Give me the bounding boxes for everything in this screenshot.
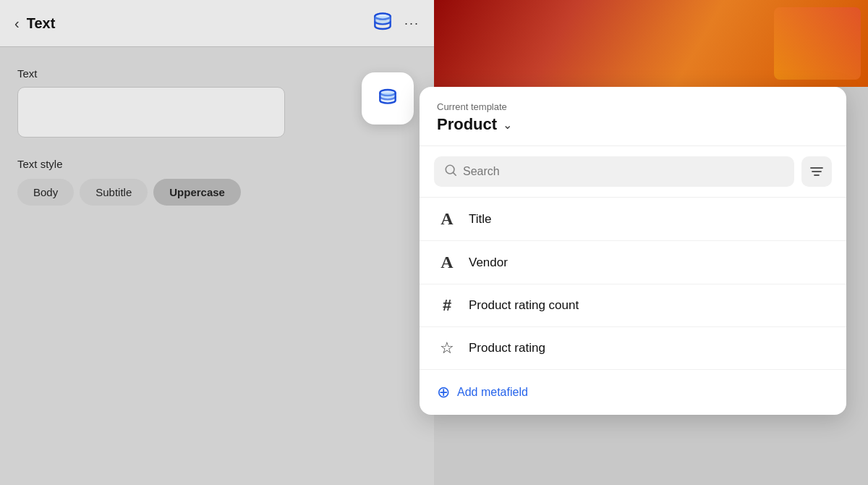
db-float-button[interactable] xyxy=(362,72,414,125)
star-icon: ☆ xyxy=(437,339,457,358)
search-row xyxy=(420,146,846,198)
dropdown-panel: Current template Product ⌄ A xyxy=(420,87,846,415)
text-style-label: Text style xyxy=(17,158,417,170)
rating-count-label: Product rating count xyxy=(469,298,579,313)
dropdown-header: Current template Product ⌄ xyxy=(420,87,846,146)
dropdown-list: A Title A Vendor # Product rating count … xyxy=(420,198,846,370)
template-name-row: Product ⌄ xyxy=(437,115,829,134)
current-template-label: Current template xyxy=(437,101,829,112)
text-field-label: Text xyxy=(17,67,417,80)
add-metafield-label: Add metafield xyxy=(457,386,528,399)
search-icon xyxy=(444,164,457,180)
back-button[interactable]: ‹ xyxy=(14,15,20,32)
list-item-title[interactable]: A Title xyxy=(420,198,846,241)
list-item-rating[interactable]: ☆ Product rating xyxy=(420,327,846,370)
add-metafield-row[interactable]: ⊕ Add metafield xyxy=(420,370,846,415)
header-left: ‹ Text xyxy=(14,15,55,32)
style-buttons-group: Body Subtitle Uppercase xyxy=(17,179,417,206)
product-image xyxy=(434,0,868,87)
body-style-button[interactable]: Body xyxy=(17,179,74,206)
filter-icon xyxy=(809,166,824,177)
subtitle-style-button[interactable]: Subtitle xyxy=(80,179,148,206)
database-float-icon xyxy=(376,87,399,110)
hash-icon: # xyxy=(437,296,457,315)
rating-label: Product rating xyxy=(469,341,545,355)
header-icons: ··· xyxy=(371,12,420,35)
title-item-label: Title xyxy=(469,212,492,227)
chevron-down-icon[interactable]: ⌄ xyxy=(503,118,512,132)
left-header: ‹ Text ··· xyxy=(0,0,434,47)
title-type-icon: A xyxy=(437,209,457,229)
template-name: Product xyxy=(437,115,497,134)
search-box xyxy=(434,156,794,187)
uppercase-style-button[interactable]: Uppercase xyxy=(153,179,241,206)
filter-button[interactable] xyxy=(801,156,832,187)
text-input[interactable] xyxy=(17,87,285,138)
search-input[interactable] xyxy=(463,165,784,178)
list-item-vendor[interactable]: A Vendor xyxy=(420,241,846,284)
add-circle-icon: ⊕ xyxy=(437,383,450,402)
vendor-type-icon: A xyxy=(437,253,457,272)
more-options-icon[interactable]: ··· xyxy=(404,16,420,31)
list-item-rating-count[interactable]: # Product rating count xyxy=(420,284,846,327)
svg-line-4 xyxy=(453,172,456,175)
page-title: Text xyxy=(27,15,56,32)
vendor-item-label: Vendor xyxy=(469,256,508,270)
database-icon[interactable] xyxy=(371,12,394,35)
